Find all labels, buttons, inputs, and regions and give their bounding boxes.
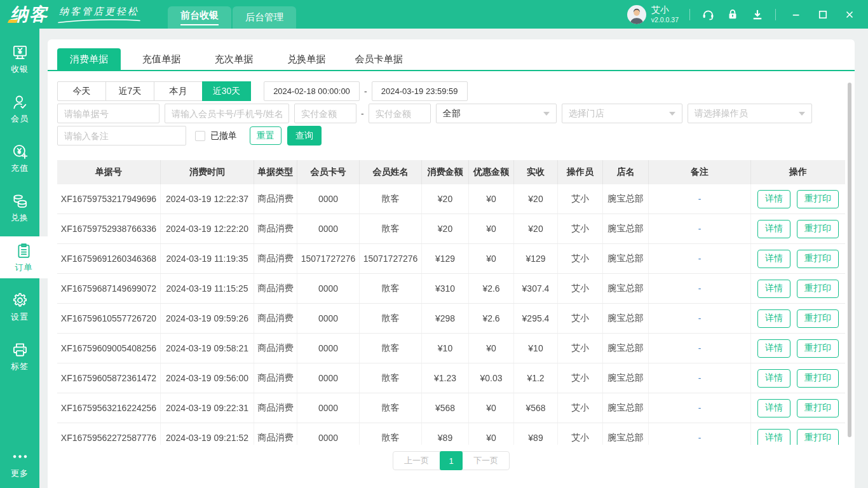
amount-min-input[interactable] (294, 104, 356, 123)
tab-member-card-orders[interactable]: 会员卡单据 (347, 48, 410, 70)
tab-times-orders[interactable]: 充次单据 (202, 48, 266, 70)
cell-member_name: 散客 (360, 214, 422, 243)
cell-paid: ¥1.2 (514, 363, 558, 393)
sidebar-item-orders[interactable]: 订单 (0, 236, 48, 278)
cell-paid: ¥568 (514, 393, 558, 423)
cell-discount: ¥0.03 (469, 363, 514, 393)
reprint-button[interactable]: 重打印 (797, 280, 839, 298)
next-page-button[interactable]: 下一页 (463, 452, 509, 470)
detail-button[interactable]: 详情 (757, 399, 790, 417)
reprint-button[interactable]: 重打印 (797, 309, 839, 328)
topbar: 纳客 纳客管店更轻松 前台收银后台管理 艾小 v2.0.0.37 (0, 0, 868, 29)
cell-actions: 详情重打印 (751, 363, 845, 393)
cell-amount: ¥20 (422, 184, 469, 214)
cell-amount: ¥310 (422, 274, 469, 303)
cell-operator: 艾小 (558, 244, 603, 273)
range-this-month-button[interactable]: 本月 (154, 81, 203, 101)
sidebar-item-cashier[interactable]: 收银 (0, 38, 39, 80)
cell-order_no: XF16759610557726720 (57, 304, 161, 333)
detail-button[interactable]: 详情 (757, 369, 790, 388)
cell-operator: 艾小 (558, 214, 603, 243)
maximize-icon[interactable] (816, 8, 830, 22)
date-to-input[interactable] (372, 81, 468, 101)
vertical-scrollbar[interactable] (848, 83, 851, 437)
cell-time: 2024-03-19 09:22:31 (161, 393, 254, 423)
table-row: XF167596871496990722024-03-19 11:15:25商品… (57, 274, 845, 304)
cell-card_no: 0000 (297, 274, 360, 303)
store-select[interactable]: 选择门店 (562, 104, 682, 123)
sidebar-item-more[interactable]: 更多 (0, 442, 39, 484)
range-today-button[interactable]: 今天 (57, 81, 106, 101)
reprint-button[interactable]: 重打印 (797, 190, 839, 208)
revoked-checkbox[interactable] (195, 131, 205, 141)
date-from-input[interactable] (264, 81, 360, 101)
sidebar-item-label: 充值 (11, 163, 29, 174)
detail-button[interactable]: 详情 (757, 220, 790, 238)
cell-paid: ¥307.4 (514, 274, 558, 303)
topnav-front-cashier[interactable]: 前台收银 (168, 6, 231, 29)
sidebar-item-recharge[interactable]: 充值 (0, 137, 39, 179)
revoked-label: 已撤单 (210, 130, 237, 142)
cell-actions: 详情重打印 (751, 214, 845, 243)
close-icon[interactable] (843, 8, 857, 22)
topnav-backend-manage[interactable]: 后台管理 (233, 6, 296, 29)
cell-remark: - (649, 334, 751, 363)
operator-select[interactable]: 请选择操作员 (688, 104, 812, 123)
cell-remark: - (649, 214, 751, 243)
amount-max-input[interactable] (369, 104, 431, 123)
order-no-input[interactable] (57, 104, 159, 123)
cell-store: 腕宝总部 (603, 274, 649, 303)
cell-remark: - (649, 363, 751, 393)
table-body: XF167597532179496962024-03-19 12:22:37商品… (57, 184, 845, 445)
range-last-7-days-button[interactable]: 近7天 (105, 81, 154, 101)
detail-button[interactable]: 详情 (757, 250, 790, 268)
reprint-button[interactable]: 重打印 (797, 429, 839, 445)
col-operator: 操作员 (558, 160, 603, 184)
detail-button[interactable]: 详情 (757, 309, 790, 328)
cell-store: 腕宝总部 (603, 334, 649, 363)
cell-amount: ¥568 (422, 393, 469, 423)
tab-recharge-orders[interactable]: 充值单据 (130, 48, 193, 70)
current-page-button[interactable]: 1 (440, 451, 463, 470)
support-icon[interactable] (701, 8, 715, 22)
tab-exchange-orders[interactable]: 兑换单据 (275, 48, 338, 70)
download-icon[interactable] (750, 8, 764, 22)
cell-time: 2024-03-19 09:56:00 (161, 363, 254, 393)
cell-order_no: XF16759753217949696 (57, 184, 161, 214)
reset-button[interactable]: 重置 (250, 126, 281, 145)
sidebar-item-members[interactable]: 会员 (0, 88, 39, 130)
search-button[interactable]: 查询 (287, 126, 322, 146)
prev-page-button[interactable]: 上一页 (393, 452, 440, 470)
main-card: 消费单据充值单据充次单据兑换单据会员卡单据 今天近7天本月近30天 - - 全部… (48, 39, 855, 488)
lock-icon[interactable] (726, 8, 740, 22)
minimize-icon[interactable] (789, 8, 803, 22)
reprint-button[interactable]: 重打印 (797, 220, 839, 238)
col-order_type: 单据类型 (254, 160, 297, 184)
cell-amount: ¥1.23 (422, 363, 469, 393)
detail-button[interactable]: 详情 (757, 280, 790, 298)
pay-type-select[interactable]: 全部 (436, 104, 557, 123)
cell-member_name: 散客 (360, 423, 422, 445)
sidebar-item-exchange[interactable]: 兑换 (0, 187, 39, 229)
col-store: 店名 (603, 160, 649, 184)
detail-button[interactable]: 详情 (757, 339, 790, 358)
detail-button[interactable]: 详情 (757, 429, 790, 445)
range-last-30-days-button[interactable]: 近30天 (202, 81, 251, 101)
reprint-button[interactable]: 重打印 (797, 369, 839, 388)
logo-text: 纳客 (10, 6, 48, 24)
tab-consume-orders[interactable]: 消费单据 (57, 48, 121, 70)
user-box[interactable]: 艾小 v2.0.0.37 (627, 4, 679, 24)
reprint-button[interactable]: 重打印 (797, 399, 839, 417)
cell-actions: 详情重打印 (751, 184, 845, 214)
sidebar-item-labels[interactable]: 标签 (0, 336, 39, 377)
settings-icon (11, 292, 29, 309)
reprint-button[interactable]: 重打印 (797, 250, 839, 268)
cell-order_type: 商品消费 (254, 184, 297, 214)
app-version: v2.0.0.37 (651, 16, 679, 24)
member-search-input[interactable] (165, 104, 289, 123)
detail-button[interactable]: 详情 (757, 190, 790, 208)
cell-order_no: XF16759605872361472 (57, 363, 161, 393)
remark-input[interactable] (57, 126, 186, 146)
sidebar-item-settings[interactable]: 设置 (0, 286, 39, 328)
reprint-button[interactable]: 重打印 (797, 339, 839, 358)
